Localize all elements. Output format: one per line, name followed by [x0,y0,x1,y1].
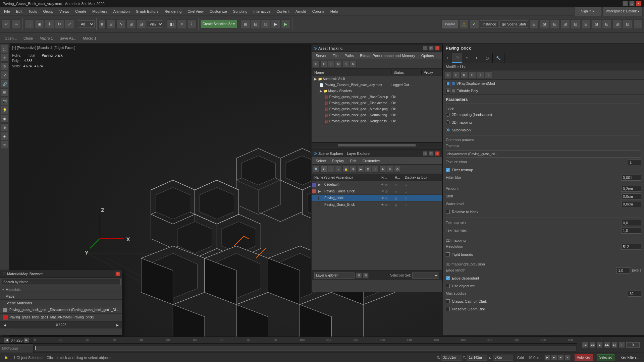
tb-btn-h[interactable]: ⊟ [602,19,611,29]
menu-graph-editors[interactable]: Graph Editors [133,9,161,14]
scene-panel-minimize[interactable]: − [423,151,428,156]
left-geo-btn[interactable]: ◉ [1,115,9,123]
selected-btn[interactable]: Selected [597,354,615,361]
scene-stat-btn[interactable]: ✓ [470,19,479,29]
menu-civil-view[interactable]: Civil View [185,9,206,14]
curve-btn[interactable]: ⌇ [187,19,197,29]
menu-rendering[interactable]: Rendering [162,9,184,14]
tb-btn-b[interactable]: ⊠ [540,19,549,29]
menu-corona[interactable]: Corona [310,9,327,14]
sf-btn-2[interactable]: ⊟ [363,273,369,279]
render-frame-btn[interactable]: ▶ [271,19,280,29]
list-item[interactable]: 🖼 Paving_grass_brick_geo1_BaseColor.png … [312,94,442,100]
mod-icon-5[interactable]: ↑ [477,71,484,79]
scene-tb-expand[interactable]: ⊕ [379,166,386,173]
list-item[interactable]: ▶ 📁 Autodesk Vault [312,76,442,82]
menu-content[interactable]: Content [274,9,292,14]
preserve-geom-checkbox[interactable] [446,307,450,311]
left-light-btn[interactable]: 💡 [1,106,9,114]
scene-tb-render[interactable]: ▶ [357,166,364,173]
status-play-btn[interactable]: ▶ [544,355,550,361]
texture-chan-input[interactable] [628,159,641,165]
undo-btn[interactable]: ↩ [1,19,11,29]
asset-tb-btn4[interactable]: ⊠ [335,61,342,67]
scene-btn[interactable]: ⊟ [251,19,260,29]
array-btn[interactable]: ⊞ [126,19,136,29]
asset-tb-btn2[interactable]: ≡ [320,61,327,67]
tab-motion[interactable]: ↻ [472,53,482,63]
scene-tb-new[interactable]: + [328,166,334,173]
sf-btn-1[interactable]: ⊞ [356,273,362,279]
amount-input[interactable] [621,186,641,192]
timeline-ruler[interactable]: 10 0 10 20 30 40 50 60 70 [34,337,644,344]
tb-btn-i[interactable]: ⊞ [612,19,622,29]
scene-tb-del[interactable]: − [335,166,342,173]
asset-menu-server[interactable]: Server [313,53,329,58]
scene-tb-search[interactable]: 🔍 [313,166,320,173]
menu-create[interactable]: Create [72,9,89,14]
list-item[interactable]: Paving_brick 👁 ◎ ◎ □ [312,195,442,201]
tb-btn-d[interactable]: ⊞ [560,19,570,29]
status-plus-btn[interactable]: + [565,355,571,361]
scene-materials-section[interactable]: − Scene Materials [0,300,122,306]
tab-hierarchy[interactable]: ⊕ [462,53,472,63]
menu-help[interactable]: Help [328,9,341,14]
left-rotate-btn[interactable]: ↻ [1,62,9,70]
filter-texmap-checkbox[interactable]: ✓ [446,168,450,172]
radio-subdiv[interactable] [446,128,450,132]
scene-panel-maximize[interactable]: □ [429,151,434,156]
frame-input[interactable] [626,342,640,348]
left-helper-btn[interactable]: ⊕ [1,123,9,131]
filter-blur-input[interactable] [621,175,641,181]
asset-panel-minimize[interactable]: − [423,46,428,51]
menu-arnold[interactable]: Arnold [293,9,309,14]
quick-render-btn[interactable]: ▶ [281,19,290,29]
asset-menu-options[interactable]: Options [419,53,437,58]
track-btn[interactable]: ≡ [177,19,186,29]
menu-scripting[interactable]: Scripting [230,9,250,14]
scene-panel-close[interactable]: ✕ [435,151,440,156]
asset-refresh-btn[interactable]: ↻ [350,61,357,67]
asset-menu-paths[interactable]: Paths [342,53,357,58]
asset-panel-close[interactable]: ✕ [435,46,440,51]
left-unlink-btn[interactable]: ⛓ [1,88,9,97]
mod-icon-3[interactable]: ⊠ [461,71,468,79]
redo-btn[interactable]: ↪ [11,19,21,29]
scene-menu-select[interactable]: Select [313,158,329,164]
go-start-btn[interactable]: |◀ [582,342,588,348]
tab-display[interactable]: ◎ [482,53,493,63]
radio-3d[interactable] [446,120,450,124]
material-editor-btn[interactable]: ◎ [261,19,270,29]
tab-modify[interactable]: ⊟ [452,53,462,63]
close-btn[interactable]: ✕ [636,1,641,6]
list-item[interactable]: ▶ Paving_Grass_Brick 👁 ◎ ◎ □ [312,188,442,195]
list-item[interactable]: Paving_grass_brick_geo1_Mat (VRayMtl) [P… [0,314,122,321]
menu-file[interactable]: File [1,9,13,14]
list-item[interactable]: 🖼 Paving_grass_brick_geo1_Displacement.p… [312,100,442,106]
copitar-btn[interactable]: Copitar [441,19,458,29]
asset-panel-maximize[interactable]: □ [429,46,434,51]
select-region-btn[interactable]: ▣ [35,19,44,29]
menu-modifiers[interactable]: Modifiers [90,9,110,14]
water-level-input[interactable] [621,201,641,207]
minimize-btn[interactable]: − [623,1,628,6]
modifier-vray[interactable]: VRayDisplacementMod [443,80,644,87]
left-select-btn[interactable]: ⬚ [1,45,9,53]
mod-icon-6[interactable]: ↓ [485,71,492,79]
edge-dependent-checkbox[interactable]: ✓ [446,276,450,280]
prev-key-btn[interactable]: ◀◀ [589,342,595,348]
move-btn[interactable]: ✛ [45,19,54,29]
menu-animation[interactable]: Animation [111,9,132,14]
menu-customize[interactable]: Customize [207,9,230,14]
tb-btn-f[interactable]: ⊞ [581,19,591,29]
add-time-btn[interactable]: + [619,342,625,348]
scale-btn[interactable]: ⤢ [65,19,74,29]
scene-menu-edit[interactable]: Edit [347,158,359,164]
sign-in-btn[interactable]: Sign In ▾ [574,7,601,16]
view-align-btn[interactable]: ▦ [98,19,106,29]
list-item[interactable]: Paving_grass_brick_geo1_Displacement (Pa… [0,306,122,314]
shift-input[interactable] [621,193,641,199]
scene-tb-lock[interactable]: 🔒 [342,166,349,173]
menu-edit[interactable]: Edit [13,9,25,14]
mod-icon-1[interactable]: ⊞ [444,71,452,79]
